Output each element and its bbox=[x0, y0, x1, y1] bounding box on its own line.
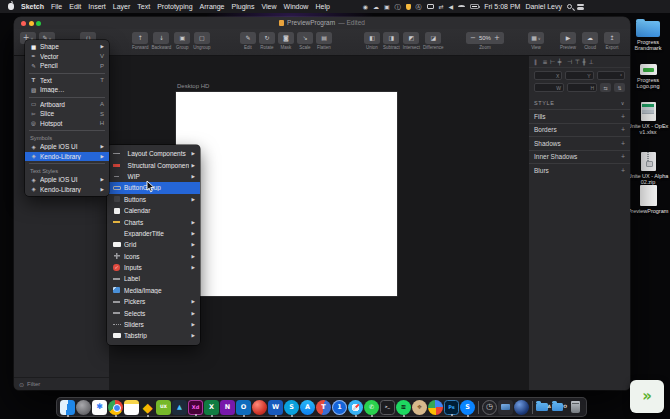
menu-item[interactable]: Arrange bbox=[200, 3, 225, 10]
menu-item[interactable]: Plugins bbox=[232, 3, 255, 10]
dock-unite-ux-icon[interactable]: UX bbox=[156, 400, 171, 415]
align-right-icon[interactable] bbox=[567, 58, 572, 65]
insert-menu-item[interactable]: Symbols bbox=[25, 133, 109, 142]
view-button[interactable]: ▦∨ View bbox=[528, 32, 544, 50]
dock-sketch-icon[interactable]: ◆ bbox=[140, 400, 155, 415]
dock-blue-sphere-app-icon[interactable] bbox=[514, 400, 529, 415]
insert-menu-item[interactable]: Kendo-Library bbox=[25, 185, 109, 195]
menu-item[interactable]: Text bbox=[137, 3, 150, 10]
symbol-menu-item[interactable]: Inputs bbox=[107, 262, 200, 273]
inspector-field[interactable]: H bbox=[567, 83, 597, 92]
symbol-menu-item[interactable]: Pickers bbox=[107, 296, 200, 307]
symbol-menu-item[interactable]: Buttons bbox=[107, 194, 200, 205]
dock-clock-app-icon[interactable]: ◷ bbox=[482, 400, 497, 415]
inspector-field[interactable]: ° bbox=[597, 71, 625, 80]
align-middle-vertical-icon[interactable] bbox=[582, 58, 586, 65]
add-style-icon[interactable] bbox=[621, 113, 625, 120]
rotate-button[interactable]: Rotate bbox=[259, 32, 275, 50]
style-section-row[interactable]: Blurs bbox=[529, 163, 630, 177]
dock-pattern-app-icon[interactable]: ❖ bbox=[412, 400, 427, 415]
insert-menu-item[interactable]: Text Styles bbox=[25, 166, 109, 175]
control-center-icon[interactable] bbox=[577, 4, 584, 10]
add-style-icon[interactable] bbox=[621, 140, 625, 147]
layer-filter[interactable]: Filter bbox=[14, 377, 109, 390]
insert-menu-item[interactable] bbox=[29, 73, 105, 74]
dock-excel-icon[interactable]: X bbox=[204, 400, 219, 415]
dock-terminal-icon[interactable]: >_ bbox=[380, 400, 395, 415]
insert-menu-item[interactable] bbox=[29, 97, 105, 98]
dock-media-app-icon[interactable] bbox=[498, 400, 513, 415]
union-button[interactable]: Union bbox=[364, 32, 380, 50]
align-bottom-icon[interactable] bbox=[588, 58, 593, 65]
insert-menu-item[interactable] bbox=[29, 163, 105, 164]
dock-notes-icon[interactable] bbox=[124, 400, 139, 415]
zoom-in-button[interactable]: + bbox=[494, 34, 500, 42]
menu-item[interactable]: Layer bbox=[113, 3, 131, 10]
export-button[interactable]: Export bbox=[604, 32, 620, 50]
insert-menu-item[interactable]: Apple iOS UI bbox=[25, 142, 109, 152]
dock-divider[interactable] bbox=[532, 401, 533, 414]
scale-button[interactable]: Scale bbox=[297, 32, 313, 50]
progress-logo-widget[interactable] bbox=[630, 380, 664, 413]
insert-menu-item[interactable]: Slice S bbox=[25, 109, 109, 119]
desktop-icon-progress-logo-image[interactable]: Progress Logo.png bbox=[627, 64, 669, 89]
menu-app-name[interactable]: Sketch bbox=[21, 3, 44, 10]
info-status-icon[interactable] bbox=[395, 4, 401, 10]
inspector-field[interactable]: W bbox=[534, 83, 564, 92]
dock-chrome-icon[interactable] bbox=[108, 400, 123, 415]
menu-clock[interactable]: Fri 5:08 PM bbox=[484, 3, 520, 10]
mask-button[interactable]: Mask bbox=[278, 32, 294, 50]
intersect-button[interactable]: Intersect bbox=[403, 32, 420, 50]
flatten-button[interactable]: Flatten bbox=[316, 32, 332, 50]
edit-button[interactable]: Edit bbox=[240, 32, 256, 50]
symbol-menu-item[interactable]: Sliders bbox=[107, 319, 200, 330]
dock-finder-icon[interactable] bbox=[60, 400, 75, 415]
align-top-icon[interactable] bbox=[575, 58, 580, 65]
camera-status-icon[interactable] bbox=[384, 4, 390, 10]
insert-menu-item[interactable]: Text T bbox=[25, 76, 109, 86]
ungroup-button[interactable]: Ungroup bbox=[193, 32, 210, 50]
symbol-menu-item[interactable]: _Layout Components bbox=[107, 148, 200, 159]
insert-menu-item[interactable]: Apple iOS UI bbox=[25, 175, 109, 185]
dock-app-store-icon[interactable]: A bbox=[300, 400, 315, 415]
artboard-title[interactable]: Desktop HD bbox=[177, 83, 209, 89]
style-section-header[interactable]: STYLE bbox=[529, 100, 630, 109]
dock-1password-icon[interactable]: 1 bbox=[332, 400, 347, 415]
sync-status-icon[interactable] bbox=[439, 4, 444, 10]
style-section-row[interactable]: Inner Shadows bbox=[529, 150, 630, 164]
symbol-menu-item[interactable]: Grid bbox=[107, 239, 200, 250]
dock-skype-icon[interactable]: S bbox=[284, 400, 299, 415]
cloud-status-icon[interactable] bbox=[373, 4, 379, 10]
dock-spotify-icon[interactable]: ≋ bbox=[396, 400, 411, 415]
menu-user-name[interactable]: Daniel Levy bbox=[525, 3, 562, 10]
add-style-icon[interactable] bbox=[621, 153, 625, 160]
symbol-menu-item[interactable]: Icons bbox=[107, 251, 200, 262]
shield-status-icon[interactable] bbox=[406, 4, 411, 10]
record-status-icon[interactable] bbox=[363, 4, 368, 10]
symbol-menu-item[interactable]: Media/Image bbox=[107, 285, 200, 296]
symbol-menu-item[interactable]: Charts bbox=[107, 216, 200, 227]
title-bar[interactable]: PreviewProgram — Edited bbox=[14, 17, 630, 29]
insert-menu-item[interactable]: Vector V bbox=[25, 52, 109, 62]
dock-trash-icon[interactable] bbox=[568, 400, 583, 415]
dock-folder-a-icon[interactable]: A bbox=[536, 400, 551, 415]
add-style-icon[interactable] bbox=[621, 126, 625, 133]
input-source-status-icon[interactable] bbox=[416, 4, 422, 10]
insert-menu-item[interactable]: Shape bbox=[25, 42, 109, 52]
dock-photoshop-icon[interactable]: Ps bbox=[444, 400, 459, 415]
insert-menu-item[interactable] bbox=[29, 130, 105, 131]
menu-item[interactable]: Window bbox=[284, 3, 309, 10]
dock-red-sphere-app-icon[interactable] bbox=[252, 400, 267, 415]
align-center-horizontal-icon[interactable] bbox=[558, 58, 562, 65]
style-section-row[interactable]: Borders bbox=[529, 123, 630, 137]
desktop-icon-unite-ux-opex-spreadsheet[interactable]: Unite UX - OpEx v1.xlsx bbox=[627, 102, 669, 135]
dock-folder-o-icon[interactable]: O bbox=[552, 400, 567, 415]
style-section-row[interactable]: Fills bbox=[529, 109, 630, 123]
dock-whatsapp-icon[interactable]: ✆ bbox=[364, 400, 379, 415]
menu-item[interactable]: Help bbox=[315, 3, 329, 10]
flip-horizontal-button[interactable] bbox=[600, 83, 611, 92]
display-status-icon[interactable] bbox=[427, 4, 434, 9]
difference-button[interactable]: Difference bbox=[423, 32, 443, 50]
inspector-field[interactable]: X bbox=[534, 71, 562, 80]
desktop-icon-previewprogram-document[interactable]: PreviewProgram bbox=[627, 185, 669, 214]
